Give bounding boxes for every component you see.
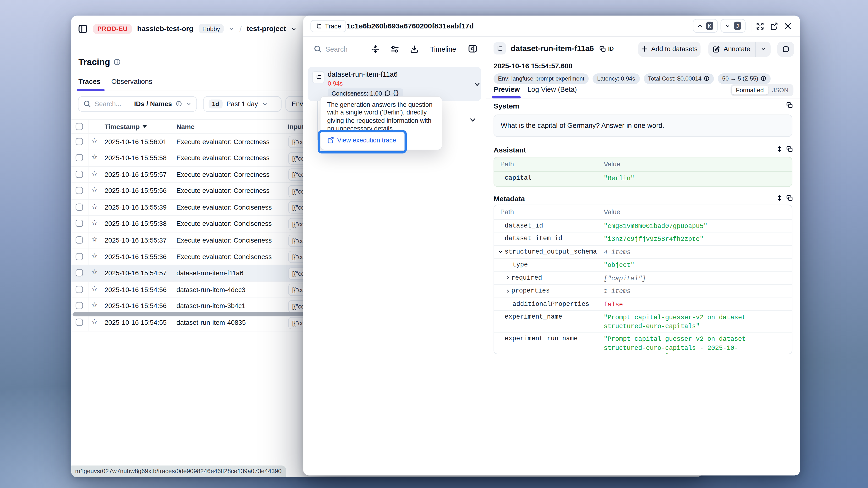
row-checkbox[interactable] <box>75 269 83 276</box>
column-timestamp[interactable]: Timestamp <box>104 123 147 130</box>
add-to-datasets-button[interactable]: Add to datasets <box>638 41 701 56</box>
org-name[interactable]: hassieb-test-org <box>137 24 193 33</box>
row-checkbox[interactable] <box>75 203 83 210</box>
table-row-expandable[interactable]: structured_output_schema 4 items <box>494 246 792 259</box>
row-checkbox[interactable] <box>75 138 83 145</box>
table-row[interactable]: capital "Berlin" <box>494 171 792 186</box>
collapse-all-icon[interactable] <box>371 45 379 53</box>
row-checkbox[interactable] <box>75 253 83 260</box>
expand-icon[interactable] <box>756 22 764 30</box>
tab-preview[interactable]: Preview <box>494 85 520 93</box>
star-icon[interactable]: ☆ <box>91 136 98 145</box>
settings-icon[interactable] <box>391 45 399 53</box>
copy-icon[interactable] <box>786 145 793 152</box>
trace-drawer: Trace 1c1e6b260b693a6760200f831eabf17d K… <box>303 15 800 475</box>
tree-node-selected[interactable]: dataset-run-item-f11a6 0.94s Conciseness… <box>308 66 482 101</box>
row-path: dataset_id <box>505 222 543 229</box>
prev-trace-button[interactable]: K <box>693 19 718 33</box>
copy-icon[interactable] <box>786 194 793 201</box>
project-name[interactable]: test-project <box>247 24 286 33</box>
next-trace-button[interactable]: J <box>720 19 746 33</box>
star-icon[interactable]: ☆ <box>91 301 98 310</box>
copy-icon[interactable] <box>786 102 793 108</box>
trace-tree-icon <box>496 45 503 52</box>
trace-tree-panel: Search Timeline dataset-run-item-f11a6 0… <box>303 36 486 475</box>
chevron-right-icon[interactable] <box>505 288 510 293</box>
table-row-expandable[interactable]: properties 1 items <box>494 285 792 298</box>
table-row-expandable[interactable]: required ["capital"] <box>494 272 792 285</box>
star-icon[interactable]: ☆ <box>91 186 98 194</box>
row-checkbox[interactable] <box>75 286 83 293</box>
chevron-right-icon[interactable] <box>505 275 510 280</box>
column-name[interactable]: Name <box>177 123 195 130</box>
table-row[interactable]: additionalProperties false <box>494 298 792 311</box>
row-checkbox[interactable] <box>75 319 83 326</box>
star-icon[interactable]: ☆ <box>91 318 98 326</box>
search-mode-label[interactable]: IDs / Names <box>134 100 172 108</box>
collapse-panel-icon[interactable] <box>468 44 477 53</box>
star-icon[interactable]: ☆ <box>91 252 98 260</box>
close-icon[interactable] <box>784 22 792 30</box>
download-icon[interactable] <box>410 45 418 53</box>
star-icon[interactable]: ☆ <box>91 219 98 227</box>
row-checkbox[interactable] <box>75 236 83 243</box>
active-tab-indicator <box>492 96 521 98</box>
search-input[interactable]: Search... IDs / Names <box>78 96 197 111</box>
annotate-dropdown-button[interactable] <box>755 41 771 56</box>
table-row[interactable]: dataset_item_id "i3nz7e9jfjv9z58r4fh2zpt… <box>494 232 792 246</box>
token-usage-badge[interactable]: 50 → 5 (Σ 55) <box>718 73 770 84</box>
comments-button[interactable] <box>777 41 794 56</box>
tab-log-view[interactable]: Log View (Beta) <box>527 85 577 93</box>
format-formatted[interactable]: Formatted <box>732 85 768 94</box>
column-input[interactable]: Input <box>288 123 304 130</box>
plus-icon <box>641 46 648 52</box>
search-icon <box>84 100 91 107</box>
tab-observations[interactable]: Observations <box>111 78 152 86</box>
chevron-down-icon[interactable] <box>498 249 503 254</box>
cost-badge[interactable]: Total Cost: $0.00014 <box>644 73 714 84</box>
table-row[interactable]: type "object" <box>494 259 792 272</box>
trace-tree-icon <box>315 23 322 29</box>
node-latency: 0.94s <box>328 80 343 87</box>
star-icon[interactable]: ☆ <box>91 268 98 276</box>
row-checkbox[interactable] <box>75 302 83 310</box>
row-checkbox[interactable] <box>75 187 83 194</box>
timeline-toggle[interactable]: Timeline <box>430 45 456 53</box>
row-checkbox[interactable] <box>75 154 83 161</box>
time-range-filter[interactable]: 1d Past 1 day <box>203 96 281 111</box>
observation-title: dataset-run-item-f11a6 <box>511 44 594 53</box>
row-timestamp: 2025-10-16 15:55:57 <box>104 171 166 178</box>
trace-type-badge: Trace <box>310 20 346 32</box>
table-row[interactable]: experiment_name "Prompt capital-guesser-… <box>494 311 792 333</box>
copy-id-icon[interactable] <box>599 45 606 52</box>
star-icon[interactable]: ☆ <box>91 153 98 161</box>
info-icon[interactable] <box>113 58 121 65</box>
chevron-down-icon[interactable] <box>473 80 480 88</box>
row-checkbox[interactable] <box>75 220 83 227</box>
row-checkbox[interactable] <box>75 171 83 178</box>
external-link-icon[interactable] <box>770 22 778 30</box>
expand-vertical-icon[interactable] <box>776 194 783 201</box>
format-json[interactable]: JSON <box>768 85 793 94</box>
tab-traces[interactable]: Traces <box>79 78 100 86</box>
row-name: Execute evaluator: Conciseness <box>177 236 272 244</box>
table-row[interactable]: experiment_run_name "Prompt capital-gues… <box>494 332 792 353</box>
star-icon[interactable]: ☆ <box>91 169 98 178</box>
star-icon[interactable]: ☆ <box>91 235 98 243</box>
sidebar-toggle-icon[interactable] <box>78 24 88 34</box>
star-icon[interactable]: ☆ <box>91 285 98 293</box>
format-toggle[interactable]: Formatted JSON <box>730 84 794 96</box>
id-label[interactable]: ID <box>608 45 614 52</box>
chevron-down-icon[interactable] <box>229 26 234 31</box>
tree-search-input[interactable]: Search <box>326 45 347 53</box>
table-row[interactable]: dataset_id "cmg81vm6m001bad07gpuoapu5" <box>494 219 792 232</box>
chevron-down-icon[interactable] <box>291 26 297 31</box>
select-all-checkbox[interactable] <box>75 123 83 130</box>
chevron-down-icon[interactable] <box>469 116 476 123</box>
assistant-table: Path Value capital "Berlin" <box>494 157 793 187</box>
latency-badge: Latency: 0.94s <box>593 73 640 84</box>
expand-vertical-icon[interactable] <box>776 145 783 152</box>
star-icon[interactable]: ☆ <box>91 202 98 211</box>
row-name: Execute evaluator: Correctness <box>177 171 270 178</box>
annotate-button[interactable]: Annotate <box>708 41 755 56</box>
